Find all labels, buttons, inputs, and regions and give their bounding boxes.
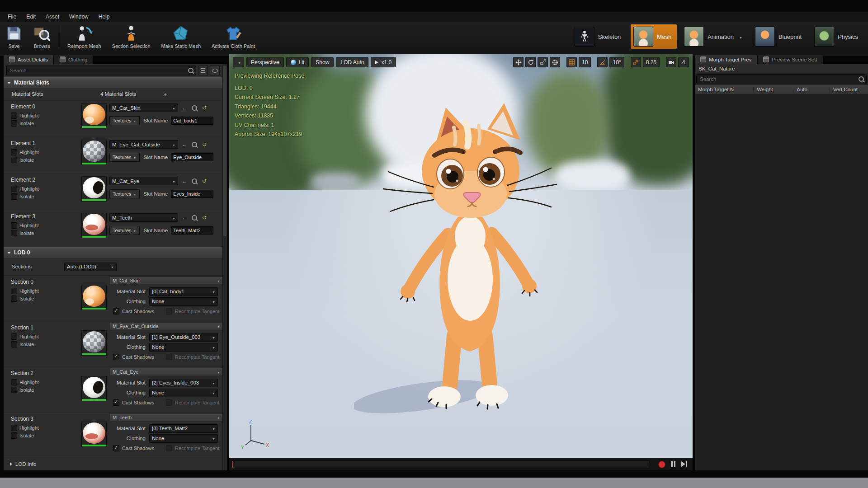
cast-shadows-checkbox[interactable] [113, 399, 119, 406]
slot-name-input[interactable] [171, 153, 213, 161]
browse-to-asset-icon[interactable] [191, 141, 198, 148]
cast-shadows-checkbox[interactable] [113, 354, 119, 360]
section-material-header[interactable]: M_Cat_Eye [109, 368, 223, 376]
details-scrollbar[interactable] [222, 64, 227, 470]
add-material-slot-button[interactable] [161, 90, 169, 98]
camera-speed-value[interactable]: 4 [678, 57, 689, 67]
tab-morph-target-preview[interactable]: Morph Target Prev [695, 55, 757, 64]
recompute-tangent-checkbox[interactable] [166, 308, 172, 314]
use-selected-asset-icon[interactable] [181, 104, 188, 112]
material-thumbnail[interactable] [81, 213, 107, 238]
textures-dropdown[interactable]: Textures [109, 226, 140, 235]
grid-snap-value[interactable]: 10 [579, 57, 591, 67]
section-thumbnail[interactable] [81, 330, 107, 356]
material-select[interactable]: M_Cat_Eye [109, 177, 178, 185]
section-clothing-select[interactable]: None [149, 389, 218, 397]
tab-blueprint[interactable]: Blueprint [752, 24, 807, 49]
viewport-options-button[interactable] [233, 57, 244, 67]
timeline-position-marker[interactable] [232, 461, 233, 468]
column-auto[interactable]: Auto [793, 87, 830, 92]
section-thumbnail[interactable] [81, 422, 107, 447]
tab-skeleton[interactable]: Skeleton [572, 24, 627, 49]
section-material-slot-select[interactable]: [2] Eyes_Inside_003 [149, 379, 218, 387]
browse-to-asset-icon[interactable] [191, 178, 198, 185]
timeline-scrubber[interactable] [231, 460, 649, 468]
activate-cloth-paint-button[interactable]: Activate Cloth Paint [206, 23, 260, 50]
camera-speed-button[interactable] [666, 57, 676, 67]
menu-help[interactable]: Help [94, 12, 115, 22]
make-static-mesh-button[interactable]: Make Static Mesh [156, 23, 206, 50]
section-thumbnail[interactable] [81, 285, 107, 310]
record-button[interactable] [658, 461, 665, 468]
section-material-header[interactable]: M_Cat_Skin [109, 277, 223, 285]
section-thumbnail[interactable] [81, 376, 107, 401]
isolate-checkbox[interactable]: Isolate [11, 157, 80, 163]
morph-search-input[interactable] [699, 76, 859, 82]
rotation-snap-toggle[interactable] [597, 57, 608, 67]
material-select[interactable]: M_Eye_Cat_Outside [109, 140, 178, 149]
material-thumbnail[interactable] [81, 176, 107, 202]
show-button[interactable]: Show [311, 57, 334, 67]
scale-snap-toggle[interactable] [631, 57, 641, 67]
tab-animation[interactable]: Animation [681, 24, 748, 49]
isolate-checkbox[interactable]: Isolate [11, 341, 80, 347]
isolate-checkbox[interactable]: Isolate [11, 230, 80, 236]
section-material-slot-select[interactable]: [0] Cat_body1 [149, 287, 218, 296]
perspective-button[interactable]: Perspective [246, 57, 284, 67]
browse-button[interactable]: Browse [28, 23, 56, 50]
section-clothing-select[interactable]: None [149, 297, 218, 306]
highlight-checkbox[interactable]: Highlight [11, 222, 80, 229]
column-weight[interactable]: Weight [754, 87, 793, 92]
highlight-checkbox[interactable]: Highlight [11, 425, 80, 431]
rotation-snap-value[interactable]: 10° [609, 57, 624, 67]
highlight-checkbox[interactable]: Highlight [11, 149, 80, 155]
preview-viewport[interactable]: Perspective Lit Show LOD Auto x1.0 10 10… [229, 54, 693, 470]
use-selected-asset-icon[interactable] [181, 178, 188, 185]
material-select[interactable]: M_Teeth [109, 213, 178, 222]
browse-to-asset-icon[interactable] [191, 214, 198, 221]
grid-snap-toggle[interactable] [566, 57, 577, 67]
column-morph-target-name[interactable]: Morph Target N [695, 87, 754, 92]
lit-mode-button[interactable]: Lit [286, 57, 309, 67]
translate-tool-button[interactable] [513, 57, 524, 67]
scale-snap-value[interactable]: 0.25 [643, 57, 660, 67]
section-material-header[interactable]: M_Teeth [109, 413, 223, 422]
menu-window[interactable]: Window [64, 12, 94, 22]
reset-to-default-icon[interactable] [201, 178, 208, 185]
playback-speed-button[interactable]: x1.0 [371, 57, 396, 67]
cast-shadows-checkbox[interactable] [113, 308, 119, 314]
isolate-checkbox[interactable]: Isolate [11, 193, 80, 200]
textures-dropdown[interactable]: Textures [109, 153, 140, 162]
tab-clothing[interactable]: Clothing [54, 55, 93, 64]
save-button[interactable]: Save [0, 23, 28, 50]
textures-dropdown[interactable]: Textures [109, 116, 140, 125]
isolate-checkbox[interactable]: Isolate [11, 432, 80, 439]
chevron-down-icon[interactable] [739, 33, 742, 41]
tab-asset-details[interactable]: Asset Details [4, 55, 53, 64]
browse-to-asset-icon[interactable] [191, 104, 198, 112]
recompute-tangent-checkbox[interactable] [166, 445, 172, 451]
morph-target-list[interactable] [695, 94, 868, 470]
highlight-checkbox[interactable]: Highlight [11, 113, 80, 119]
lod-auto-button[interactable]: LOD Auto [336, 57, 368, 67]
morph-search-field[interactable] [696, 74, 867, 84]
lod-settings-header[interactable]: LOD Settings [4, 470, 227, 470]
pause-button[interactable] [671, 461, 676, 467]
scale-tool-button[interactable] [538, 57, 548, 67]
material-slots-header[interactable]: Material Slots [4, 77, 227, 88]
highlight-checkbox[interactable]: Highlight [11, 288, 80, 294]
reset-to-default-icon[interactable] [201, 141, 208, 148]
lod0-header[interactable]: LOD 0 [4, 247, 227, 258]
step-forward-button[interactable] [681, 461, 687, 467]
view-options-button[interactable] [210, 66, 220, 75]
slot-name-input[interactable] [171, 117, 213, 125]
highlight-checkbox[interactable]: Highlight [11, 186, 80, 192]
use-selected-asset-icon[interactable] [181, 141, 188, 148]
slot-name-input[interactable] [171, 190, 213, 198]
rotate-tool-button[interactable] [525, 57, 536, 67]
slot-name-input[interactable] [171, 226, 213, 235]
details-search-field[interactable] [6, 66, 196, 75]
reset-to-default-icon[interactable] [201, 104, 208, 112]
lod-info-expander[interactable]: LOD Info [4, 458, 227, 470]
section-clothing-select[interactable]: None [149, 434, 218, 443]
